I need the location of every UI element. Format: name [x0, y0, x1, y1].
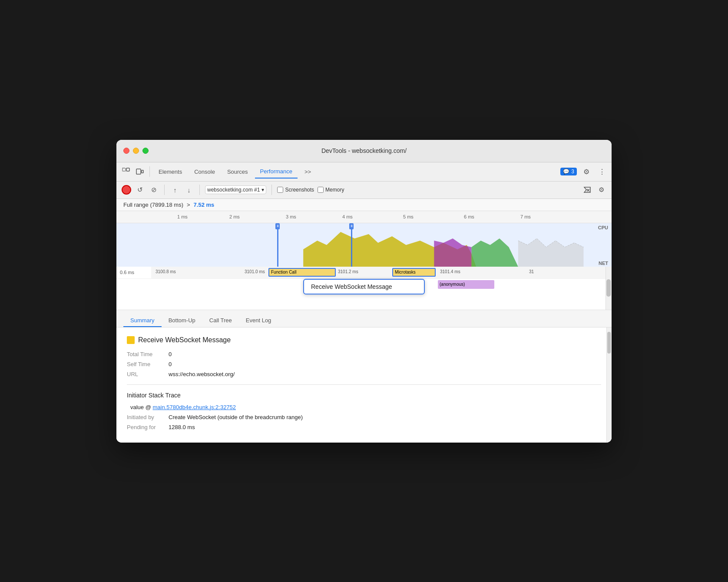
- tab-console[interactable]: Console: [189, 165, 220, 179]
- tab-event-log[interactable]: Event Log: [239, 314, 278, 327]
- performance-toolbar: ↺ ⊘ ↑ ↓ websocketking.com #1 ▾ Screensho…: [116, 182, 612, 199]
- flame-row-main: 0.6 ms 3100.8 ms 3101.0 ms Function Call…: [116, 267, 612, 279]
- url-value: websocketking.com #1: [207, 187, 260, 193]
- window-title: DevTools - websocketking.com/: [321, 147, 407, 154]
- settings2-icon[interactable]: ⚙: [596, 185, 606, 195]
- flame-chart[interactable]: 0.6 ms 3100.8 ms 3101.0 ms Function Call…: [116, 267, 612, 310]
- clear-icon[interactable]: ⊘: [149, 185, 159, 195]
- summary-panel: Receive WebSocket Message Total Time 0 S…: [116, 327, 612, 443]
- tick-2ms: 2 ms: [229, 214, 240, 219]
- microtasks-label: Microtasks: [395, 270, 416, 274]
- tab-elements[interactable]: Elements: [153, 165, 187, 179]
- badge-count: 3: [571, 169, 574, 175]
- record-button[interactable]: [122, 185, 131, 195]
- range-value: 7.52 ms: [194, 202, 215, 208]
- tab-call-tree[interactable]: Call Tree: [202, 314, 239, 327]
- settings-icon[interactable]: ⚙: [580, 165, 592, 178]
- url-selector[interactable]: websocketking.com #1 ▾: [205, 185, 266, 194]
- self-time-row: Self Time 0: [127, 361, 601, 367]
- tab-summary[interactable]: Summary: [123, 314, 162, 327]
- more-options-icon[interactable]: ⋮: [596, 165, 608, 178]
- close-button[interactable]: [123, 148, 129, 154]
- devtools-window: DevTools - websocketking.com/ Elements C…: [116, 140, 612, 443]
- summary-scrollbar-thumb[interactable]: [607, 332, 611, 354]
- flame-label-left: 0.6 ms: [116, 270, 151, 275]
- svg-rect-2: [136, 169, 141, 174]
- summary-title: Receive WebSocket Message: [127, 336, 601, 344]
- screenshots-label: Screenshots: [285, 187, 314, 193]
- anonymous-segment[interactable]: (anonymous): [438, 280, 494, 289]
- screenshots-checkbox-label[interactable]: Screenshots: [277, 187, 314, 193]
- tab-sources[interactable]: Sources: [222, 165, 253, 179]
- tick-5ms: 5 ms: [403, 214, 414, 219]
- nav-toolbar: Elements Console Sources Performance >> …: [116, 162, 612, 182]
- cpu-label: CPU: [598, 225, 608, 230]
- initiated-row: Initiated by Create WebSocket (outside o…: [127, 414, 601, 420]
- range-separator: >: [187, 202, 190, 208]
- chat-icon: 💬: [563, 169, 569, 175]
- anonymous-label: (anonymous): [440, 282, 465, 287]
- range-bar: Full range (7899.18 ms) > 7.52 ms: [116, 199, 612, 211]
- microtasks-segment[interactable]: Microtasks: [392, 268, 436, 277]
- stack-link[interactable]: main.5780db4e.chunk.js:2:32752: [153, 404, 236, 410]
- sep4: [271, 185, 272, 195]
- scrollbar-thumb[interactable]: [606, 279, 611, 297]
- timeline-area[interactable]: 1 ms 2 ms 3 ms 4 ms 5 ms 6 ms 7 ms CPU N…: [116, 211, 612, 443]
- initiated-label: Initiated by: [127, 414, 162, 420]
- url-label: URL: [127, 371, 162, 377]
- summary-event-name: Receive WebSocket Message: [138, 336, 231, 344]
- memory-checkbox[interactable]: [318, 187, 324, 193]
- self-time-label: Self Time: [127, 361, 162, 367]
- pending-value: 1288.0 ms: [169, 424, 195, 430]
- dropdown-arrow: ▾: [261, 187, 264, 193]
- net-label: NET: [599, 261, 608, 266]
- device-toolbar-icon[interactable]: [134, 165, 146, 178]
- tab-more[interactable]: >>: [299, 165, 316, 179]
- maximize-button[interactable]: [142, 148, 149, 154]
- initiated-value: Create WebSocket (outside of the breadcr…: [169, 414, 303, 420]
- svg-rect-1: [126, 168, 129, 171]
- cpu-chart[interactable]: CPU NET ⏸ ⏸: [116, 223, 612, 267]
- total-time-value: 0: [169, 351, 172, 357]
- tick-1ms: 1 ms: [177, 214, 188, 219]
- range-label: Full range (7899.18 ms): [123, 202, 183, 208]
- tab-performance[interactable]: Performance: [255, 165, 298, 179]
- stack-label: value @: [130, 404, 151, 410]
- reload-record-icon[interactable]: ↺: [135, 185, 145, 195]
- function-call-segment[interactable]: Function Call: [268, 268, 336, 277]
- memory-label: Memory: [325, 187, 344, 193]
- timeline-scrollbar[interactable]: [606, 267, 612, 310]
- flame-label-empty: [116, 279, 151, 291]
- bottom-tabs: Summary Bottom-Up Call Tree Event Log: [116, 310, 612, 327]
- tick-6ms: 6 ms: [464, 214, 474, 219]
- total-time-row: Total Time 0: [127, 351, 601, 357]
- self-time-value: 0: [169, 361, 172, 367]
- minimize-button[interactable]: [133, 148, 139, 154]
- divider: [127, 384, 601, 385]
- svg-rect-3: [142, 170, 143, 173]
- cursor-right: ⏸: [351, 223, 352, 267]
- time-ruler: 1 ms 2 ms 3 ms 4 ms 5 ms 6 ms 7 ms: [116, 211, 612, 223]
- title-icon: [127, 336, 135, 344]
- tab-bottom-up[interactable]: Bottom-Up: [162, 314, 202, 327]
- total-time-label: Total Time: [127, 351, 162, 357]
- summary-scrollbar[interactable]: [606, 327, 612, 443]
- time-3100-8: 3100.8 ms: [156, 269, 176, 274]
- feedback-badge[interactable]: 💬 3: [560, 168, 577, 175]
- screenshots-checkbox[interactable]: [277, 187, 283, 193]
- inspector-icon[interactable]: [120, 165, 132, 178]
- download-icon[interactable]: ↓: [184, 185, 194, 195]
- time-3101-2: 3101.2 ms: [338, 269, 358, 274]
- time-3101-4: 3101.4 ms: [440, 269, 460, 274]
- initiator-title: Initiator Stack Trace: [127, 392, 601, 399]
- memory-checkbox-label[interactable]: Memory: [318, 187, 344, 193]
- clean-icon[interactable]: [582, 185, 592, 195]
- upload-icon[interactable]: ↑: [170, 185, 180, 195]
- tooltip: Receive WebSocket Message: [303, 279, 425, 294]
- toolbar-right: 💬 3 ⚙ ⋮: [560, 165, 608, 178]
- stack-row: value @ main.5780db4e.chunk.js:2:32752: [127, 404, 601, 410]
- flame-segments[interactable]: 3100.8 ms 3101.0 ms Function Call 3101.2…: [151, 267, 612, 278]
- tick-4ms: 4 ms: [342, 214, 353, 219]
- pending-row: Pending for 1288.0 ms: [127, 424, 601, 430]
- pending-label: Pending for: [127, 424, 162, 430]
